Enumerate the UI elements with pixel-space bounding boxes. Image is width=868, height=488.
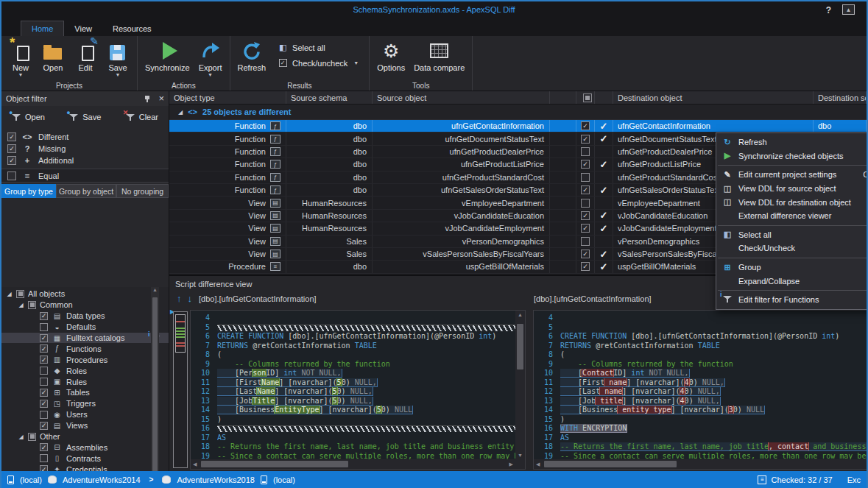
scroll-up-icon[interactable]: ▲: [152, 287, 158, 292]
additional-checkbox[interactable]: ✓: [7, 156, 16, 165]
new-button[interactable]: *New▼: [4, 37, 37, 77]
column-header-col4[interactable]: [576, 91, 595, 104]
tree-item-common[interactable]: ◢Common: [1, 300, 169, 311]
row-checkbox[interactable]: ✓: [581, 121, 590, 130]
menu-item-synchronize-checked-objects[interactable]: ▶Synchronize checked objects: [716, 149, 868, 163]
defaults-checkbox[interactable]: [40, 323, 48, 331]
tree-item-fulltext-catalogs[interactable]: ✓▦Fulltext catalogsi: [1, 333, 169, 344]
tree-item-functions[interactable]: ✓ƒFunctions: [1, 343, 169, 354]
source-hscroll-thumb[interactable]: [201, 461, 348, 467]
scroll-up-icon[interactable]: ▲: [515, 312, 525, 317]
tree-item-users[interactable]: ◉Users: [1, 409, 169, 420]
scroll-left-icon[interactable]: ◀: [536, 462, 540, 467]
tree-item-all-objects[interactable]: ◢All objects: [1, 289, 169, 300]
tree-scrollbar-thumb[interactable]: [152, 297, 158, 488]
tree-item-rules[interactable]: ▣Rules: [1, 376, 169, 387]
procedures-checkbox[interactable]: ✓: [40, 356, 48, 364]
expander-icon[interactable]: ◢: [178, 109, 183, 116]
row-checkbox[interactable]: ✓: [581, 250, 590, 258]
column-header-col3[interactable]: [550, 91, 576, 104]
column-header-object-type[interactable]: Object type: [169, 91, 286, 104]
expander-icon[interactable]: ◢: [6, 291, 13, 297]
row-checkbox[interactable]: ✓: [581, 211, 590, 220]
column-header-destination-object[interactable]: Destination object: [613, 91, 814, 104]
contracts-checkbox[interactable]: [40, 454, 48, 462]
roles-checkbox[interactable]: [40, 367, 48, 375]
tree-item-procedures[interactable]: ✓▥Procedures: [1, 354, 169, 365]
scroll-left-icon[interactable]: ◀: [193, 462, 197, 467]
menu-item-edit-filter-for-functions[interactable]: iEdit filter for Functions: [716, 293, 868, 307]
filter-clear-button[interactable]: ✕Clear: [126, 113, 158, 121]
source-vscroll-thumb[interactable]: [517, 324, 523, 369]
filter-row-different[interactable]: ✓<>Different: [1, 131, 169, 143]
open-button[interactable]: Open: [37, 37, 69, 72]
diff-minimap[interactable]: [173, 311, 188, 468]
row-checkbox[interactable]: [581, 173, 590, 182]
common-checkbox[interactable]: [28, 301, 36, 309]
missing-checkbox[interactable]: ✓: [7, 144, 16, 153]
pin-icon[interactable]: [144, 95, 151, 102]
save-button[interactable]: Save▼: [102, 37, 134, 77]
equal-checkbox[interactable]: [7, 171, 16, 180]
synchronize-button[interactable]: Synchronize: [141, 37, 194, 72]
expand-window-icon[interactable]: ▲: [842, 4, 855, 15]
destination-hscroll-thumb[interactable]: [544, 461, 677, 467]
rules-checkbox[interactable]: [40, 378, 48, 386]
tab-view[interactable]: View: [64, 21, 102, 36]
tables-checkbox[interactable]: ✓: [40, 389, 48, 397]
source-vertical-scrollbar[interactable]: ▲ ▼: [515, 311, 525, 459]
tree-item-tables[interactable]: ✓⊞Tables: [1, 387, 169, 398]
menu-item-refresh[interactable]: ↻RefreshF5: [716, 135, 868, 149]
row-checkbox[interactable]: ✓: [581, 185, 590, 194]
assemblies-checkbox[interactable]: ✓: [40, 443, 48, 451]
row-checkbox[interactable]: ✓: [581, 224, 590, 233]
column-header-col5[interactable]: [595, 91, 613, 104]
row-checkbox[interactable]: ✓: [581, 160, 590, 169]
grid-group-row[interactable]: ◢ <> 25 objects are different: [169, 105, 867, 120]
menu-item-select-all[interactable]: ◧Select all: [716, 228, 868, 242]
column-header-destination-schema[interactable]: Destination schema: [814, 91, 867, 104]
all-objects-checkbox[interactable]: [16, 290, 24, 298]
tree-item-roles[interactable]: ◆Roles: [1, 365, 169, 376]
next-difference-icon[interactable]: ↓: [188, 293, 193, 304]
row-checkbox[interactable]: [581, 199, 590, 208]
tree-item-defaults[interactable]: ◒Defaults: [1, 322, 169, 333]
previous-difference-icon[interactable]: ↑: [177, 293, 182, 304]
expander-icon[interactable]: ◢: [18, 302, 24, 308]
check-all-checkbox[interactable]: [583, 93, 592, 102]
scroll-right-icon[interactable]: ▶: [509, 462, 513, 467]
different-checkbox[interactable]: ✓: [7, 132, 16, 141]
menu-item-view-ddl-for-source-object[interactable]: ◫View DDL for source object: [716, 182, 868, 196]
menu-item-check-uncheck[interactable]: Check/Uncheck: [716, 241, 868, 255]
source-horizontal-scrollbar[interactable]: ◀ ▶: [191, 459, 525, 469]
menu-item-edit-current-project-settings[interactable]: ✎Edit current project settingsCtrl+E: [716, 168, 868, 182]
views-checkbox[interactable]: ✓: [40, 422, 48, 430]
export-button[interactable]: Export▼: [194, 37, 227, 77]
functions-checkbox[interactable]: ✓: [40, 344, 48, 353]
tree-scrollbar[interactable]: ▲ ▼: [151, 287, 159, 471]
tree-item-credentials[interactable]: ✓✦Credentials: [1, 464, 169, 471]
row-checkbox[interactable]: [581, 147, 590, 156]
menu-item-group[interactable]: ⊞Group: [716, 261, 868, 275]
column-header-source-object[interactable]: Source object: [373, 91, 550, 104]
filter-row-additional[interactable]: ✓+Additional: [1, 155, 169, 166]
row-checkbox[interactable]: [581, 237, 590, 246]
column-header-source-schema[interactable]: Source schema: [286, 91, 373, 104]
table-row[interactable]: FunctionƒdboufnGetContactInformation✓✓uf…: [169, 120, 867, 132]
filter-save-button[interactable]: ●Save: [69, 113, 101, 121]
help-icon[interactable]: ?: [826, 5, 831, 15]
tree-item-other[interactable]: ◢Other: [1, 431, 169, 442]
fulltext-catalogs-checkbox[interactable]: ✓: [40, 334, 48, 342]
options-button[interactable]: ⚙Options: [373, 37, 409, 72]
check-uncheck-button[interactable]: ✓Check/uncheck▼: [273, 55, 363, 71]
expander-icon[interactable]: ◢: [18, 434, 24, 440]
credentials-checkbox[interactable]: ✓: [40, 465, 48, 471]
group-by-object-button[interactable]: Group by object: [56, 184, 116, 198]
select-all-button[interactable]: ◧Select all: [273, 40, 363, 55]
menu-item-expand-collapse[interactable]: Expand/Collapse: [716, 274, 868, 288]
data-compare-button[interactable]: Data compare: [409, 37, 469, 72]
no-grouping-button[interactable]: No grouping: [116, 184, 169, 198]
row-checkbox[interactable]: ✓: [581, 135, 590, 144]
triggers-checkbox[interactable]: ✓: [40, 400, 48, 408]
row-checkbox[interactable]: ✓: [581, 262, 590, 271]
